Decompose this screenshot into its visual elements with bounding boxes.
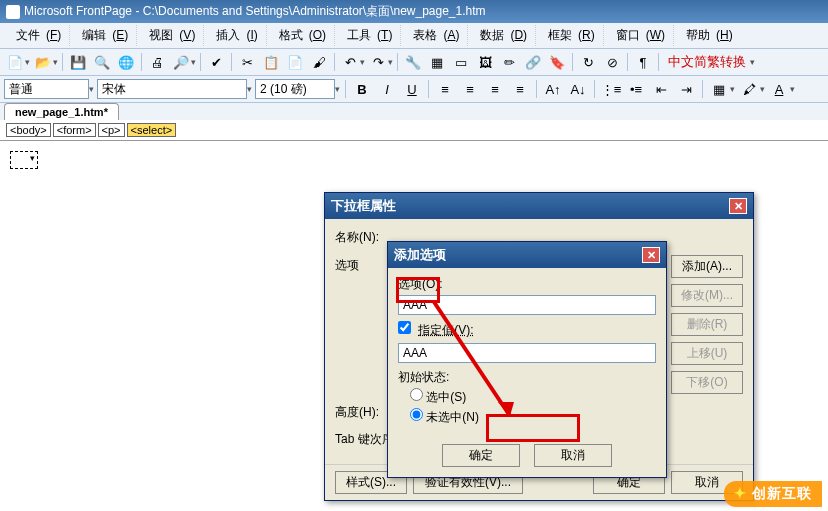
bc-select[interactable]: <select>	[127, 123, 177, 137]
font-color-icon[interactable]: A	[768, 78, 790, 100]
modal-close-icon[interactable]: ✕	[642, 247, 660, 263]
publish-icon[interactable]: 🌐	[115, 51, 137, 73]
up-button[interactable]: 上移(U)	[671, 342, 743, 365]
tab-bar: new_page_1.htm*	[0, 103, 828, 120]
menu-format[interactable]: 格式(O)	[266, 25, 332, 46]
menu-help[interactable]: 帮助(H)	[673, 25, 739, 46]
align-center-icon[interactable]: ≡	[459, 78, 481, 100]
drawing-icon[interactable]: ✏	[498, 51, 520, 73]
bc-form[interactable]: <form>	[53, 123, 96, 137]
specify-value-check[interactable]	[398, 321, 411, 334]
increase-font-icon[interactable]: A↑	[542, 78, 564, 100]
format-painter-icon[interactable]: 🖌	[308, 51, 330, 73]
menu-bar: 文件(F) 编辑(E) 视图(V) 插入(I) 格式(O) 工具(T) 表格(A…	[0, 23, 828, 49]
option-field-label: 选项(O):	[398, 276, 656, 293]
title-bar: Microsoft FrontPage - C:\Documents and S…	[0, 0, 828, 23]
initial-state-label: 初始状态:	[398, 369, 656, 386]
app-icon	[6, 5, 20, 19]
spell-icon[interactable]: ✔	[205, 51, 227, 73]
close-icon[interactable]: ✕	[729, 198, 747, 214]
down-button[interactable]: 下移(O)	[671, 371, 743, 394]
standard-toolbar: 📄▾ 📂▾ 💾 🔍 🌐 🖨 🔎▾ ✔ ✂ 📋 📄 🖌 ↶▾ ↷▾ 🔧 ▦ ▭ 🖼…	[0, 49, 828, 76]
initial-state-group: 选中(S) 未选中(N)	[410, 388, 656, 426]
indent-icon[interactable]: ⇥	[675, 78, 697, 100]
copy-icon[interactable]: 📋	[260, 51, 282, 73]
add-option-dialog: 添加选项 ✕ 选项(O): AAA 指定值(V): AAA 初始状态: 选中(S…	[387, 241, 667, 478]
redo-icon[interactable]: ↷	[367, 51, 389, 73]
decrease-font-icon[interactable]: A↓	[567, 78, 589, 100]
refresh-icon[interactable]: ↻	[577, 51, 599, 73]
open-icon[interactable]: 📂	[32, 51, 54, 73]
italic-button[interactable]: I	[376, 78, 398, 100]
style-select[interactable]: 普通	[4, 79, 89, 99]
highlight-icon[interactable]: 🖍	[738, 78, 760, 100]
bookmark-icon[interactable]: 🔖	[546, 51, 568, 73]
remove-button[interactable]: 删除(R)	[671, 313, 743, 336]
select-element-placeholder[interactable]	[10, 151, 38, 169]
hyperlink-icon[interactable]: 🔗	[522, 51, 544, 73]
menu-tools[interactable]: 工具(T)	[334, 25, 398, 46]
bold-button[interactable]: B	[351, 78, 373, 100]
search-icon[interactable]: 🔍	[91, 51, 113, 73]
align-justify-icon[interactable]: ≡	[509, 78, 531, 100]
align-left-icon[interactable]: ≡	[434, 78, 456, 100]
font-select[interactable]: 宋体	[97, 79, 247, 99]
watermark: ✦ 创新互联	[724, 481, 822, 507]
modal-ok-button[interactable]: 确定	[442, 444, 520, 467]
borders-icon[interactable]: ▦	[708, 78, 730, 100]
bc-body[interactable]: <body>	[6, 123, 51, 137]
numbered-list-icon[interactable]: ⋮≡	[600, 78, 622, 100]
menu-insert[interactable]: 插入(I)	[203, 25, 263, 46]
menu-view[interactable]: 视图(V)	[136, 25, 201, 46]
show-all-icon[interactable]: ¶	[632, 51, 654, 73]
lang-icon[interactable]: 中文简繁转换	[663, 51, 751, 73]
modal-title: 添加选项	[394, 246, 446, 264]
menu-frame[interactable]: 框架(R)	[535, 25, 601, 46]
radio-selected[interactable]: 选中(S)	[410, 388, 656, 406]
print-icon[interactable]: 🖨	[146, 51, 168, 73]
underline-button[interactable]: U	[401, 78, 423, 100]
modify-button[interactable]: 修改(M)...	[671, 284, 743, 307]
dialog-title-bar[interactable]: 下拉框属性 ✕	[325, 193, 753, 219]
size-select[interactable]: 2 (10 磅)	[255, 79, 335, 99]
align-right-icon[interactable]: ≡	[484, 78, 506, 100]
page-tab[interactable]: new_page_1.htm*	[4, 103, 119, 120]
menu-data[interactable]: 数据(D)	[467, 25, 533, 46]
menu-window[interactable]: 窗口(W)	[603, 25, 671, 46]
app-title: Microsoft FrontPage - C:\Documents and S…	[24, 3, 486, 20]
menu-file[interactable]: 文件(F)	[4, 25, 67, 46]
specify-value-checkbox[interactable]: 指定值(V):	[398, 323, 474, 337]
insert-table-icon[interactable]: ▦	[426, 51, 448, 73]
add-button[interactable]: 添加(A)...	[671, 255, 743, 278]
bc-p[interactable]: <p>	[98, 123, 125, 137]
dialog-title: 下拉框属性	[331, 197, 396, 215]
radio-unselected[interactable]: 未选中(N)	[410, 408, 656, 426]
insert-picture-icon[interactable]: 🖼	[474, 51, 496, 73]
value-text-input[interactable]: AAA	[398, 343, 656, 363]
insert-layer-icon[interactable]: ▭	[450, 51, 472, 73]
modal-cancel-button[interactable]: 取消	[534, 444, 612, 467]
paste-icon[interactable]: 📄	[284, 51, 306, 73]
outdent-icon[interactable]: ⇤	[650, 78, 672, 100]
save-icon[interactable]: 💾	[67, 51, 89, 73]
bullet-list-icon[interactable]: •≡	[625, 78, 647, 100]
format-toolbar: 普通▾ 宋体▾ 2 (10 磅)▾ B I U ≡ ≡ ≡ ≡ A↑ A↓ ⋮≡…	[0, 76, 828, 103]
modal-title-bar[interactable]: 添加选项 ✕	[388, 242, 666, 268]
option-text-input[interactable]: AAA	[398, 295, 656, 315]
new-icon[interactable]: 📄	[4, 51, 26, 73]
web-component-icon[interactable]: 🔧	[402, 51, 424, 73]
menu-table[interactable]: 表格(A)	[400, 25, 465, 46]
preview-icon[interactable]: 🔎	[170, 51, 192, 73]
undo-icon[interactable]: ↶	[339, 51, 361, 73]
stop-icon[interactable]: ⊘	[601, 51, 623, 73]
cut-icon[interactable]: ✂	[236, 51, 258, 73]
menu-edit[interactable]: 编辑(E)	[69, 25, 134, 46]
breadcrumb: <body> <form> <p> <select>	[0, 120, 828, 141]
